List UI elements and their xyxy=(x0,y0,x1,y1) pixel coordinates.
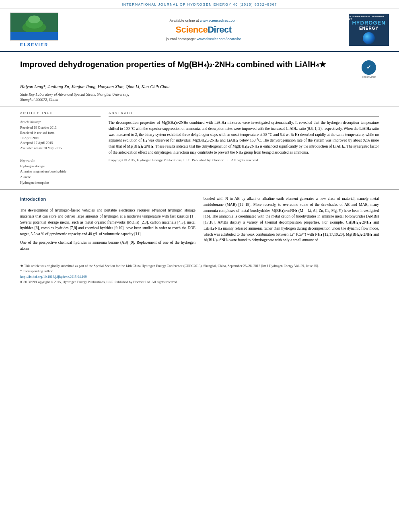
keywords-section: Keywords: Hydrogen storage Ammine magnes… xyxy=(20,158,101,185)
doi-link[interactable]: http://dx.doi.org/10.1016/j.ijhydene.201… xyxy=(20,274,379,279)
crossmark-badge: ✓ CrossMark xyxy=(359,59,379,79)
intro-para-2: One of the prospective chemical hydrides… xyxy=(20,240,195,251)
keyword-2: Ammine magnesium borohydride xyxy=(20,169,101,175)
abstract-label: ABSTRACT xyxy=(109,111,379,117)
footnote-section: ★ This article was originally submitted … xyxy=(0,260,399,287)
svg-point-4 xyxy=(28,15,40,23)
corresponding-footnote: * Corresponding author. xyxy=(20,269,379,274)
article-info-label: ARTICLE INFO xyxy=(20,111,101,117)
center-header: Available online at www.sciencedirect.co… xyxy=(64,12,343,47)
introduction-heading: Introduction xyxy=(20,196,195,204)
article-info-abstract-section: ARTICLE INFO Article history: Received 1… xyxy=(0,107,399,190)
intro-para-1: The development of hydrogen-fueled vehic… xyxy=(20,207,195,237)
journal-logo-sphere xyxy=(363,32,375,44)
journal-logo-box: INTERNATIONAL JOURNAL OF HYDROGEN ENERGY xyxy=(349,14,389,46)
doi-anchor[interactable]: http://dx.doi.org/10.1016/j.ijhydene.201… xyxy=(20,275,87,279)
issn-line: 0360-3199/Copyright © 2015, Hydrogen Ene… xyxy=(20,279,379,285)
received-revised-label: Received in revised form xyxy=(20,130,101,136)
intro-para-3: bonded with N in AB by alkali or alkalin… xyxy=(204,196,379,243)
keyword-3: Alanate xyxy=(20,175,101,180)
journal-logo-energy: ENERGY xyxy=(359,26,378,31)
article-history-block: Article history: Received 18 October 201… xyxy=(20,120,101,151)
article-title: Improved dehydrogenation properties of M… xyxy=(20,59,351,70)
article-info-column: ARTICLE INFO Article history: Received 1… xyxy=(20,111,101,185)
svg-rect-5 xyxy=(10,35,58,40)
accepted-date: Accepted 17 April 2015 xyxy=(20,140,101,146)
journal-topbar: International Journal of Hydrogen Energy… xyxy=(0,0,399,8)
available-online-date: Available online 20 May 2015 xyxy=(20,146,101,151)
keyword-4: Hydrogen desorption xyxy=(20,180,101,186)
body-col-right: bonded with N in AB by alkali or alkalin… xyxy=(204,196,379,254)
article-title-section: Improved dehydrogenation properties of M… xyxy=(0,52,399,107)
author-list: Haiyan Leng*, Junliang Xu, Jianjun Jiang… xyxy=(20,83,379,90)
received-date: Received 18 October 2013 xyxy=(20,125,101,130)
crossmark-icon: ✓ xyxy=(362,60,376,75)
main-content: Introduction The development of hydrogen… xyxy=(0,190,399,260)
right-journal-logo: INTERNATIONAL JOURNAL OF HYDROGEN ENERGY xyxy=(347,12,391,47)
body-text-columns: Introduction The development of hydrogen… xyxy=(20,196,379,254)
star-footnote: ★ This article was originally submitted … xyxy=(20,263,379,269)
page-header: ELSEVIER Available online at www.science… xyxy=(0,8,399,52)
body-col-left: Introduction The development of hydrogen… xyxy=(20,196,195,254)
keyword-1: Hydrogen storage xyxy=(20,164,101,169)
elsevier-label: ELSEVIER xyxy=(20,42,48,47)
history-label: Article history: xyxy=(20,120,101,124)
abstract-copyright: Copyright © 2015, Hydrogen Energy Public… xyxy=(109,158,379,163)
available-online-text: Available online at www.sciencedirect.co… xyxy=(170,18,238,23)
abstract-text: The decomposition properties of Mg(BH₄)₂… xyxy=(109,120,379,163)
journal-homepage-link[interactable]: www.elsevier.com/locate/he xyxy=(197,37,241,41)
journal-homepage-text: journal homepage: www.elsevier.com/locat… xyxy=(166,37,241,41)
journal-logo-hydrogen: HYDROGEN xyxy=(352,20,385,26)
abstract-column: ABSTRACT The decomposition properties of… xyxy=(109,111,379,185)
received-revised-date: 10 April 2015 xyxy=(20,136,101,141)
affiliation: State Key Laboratory of Advanced Special… xyxy=(20,92,379,103)
elsevier-logo: ELSEVIER xyxy=(8,12,60,47)
keywords-label: Keywords: xyxy=(20,158,101,162)
crossmark-label: CrossMark xyxy=(362,76,376,78)
sciencedirect-link[interactable]: www.sciencedirect.com xyxy=(200,18,238,23)
sciencedirect-logo-text: ScienceDirect xyxy=(175,25,231,35)
divider xyxy=(20,155,101,155)
journal-citation: International Journal of Hydrogen Energy… xyxy=(122,2,277,6)
elsevier-logo-image xyxy=(10,12,58,41)
